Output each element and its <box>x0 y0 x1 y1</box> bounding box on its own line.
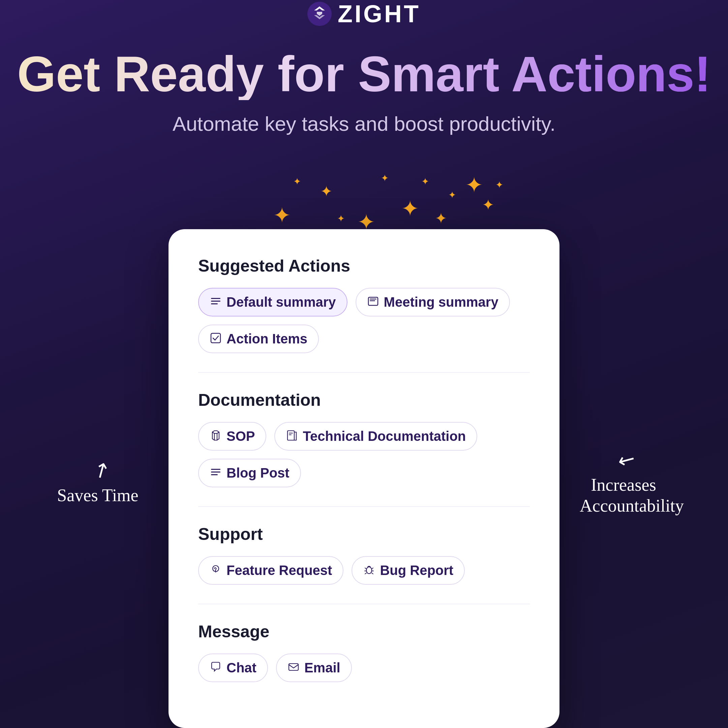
main-headline: Get Ready for Smart Actions! <box>17 48 711 100</box>
svg-point-16 <box>366 567 372 574</box>
divider-2 <box>198 506 530 507</box>
tag-action-items[interactable]: Action Items <box>198 324 319 353</box>
subheadline: Automate key tasks and boost productivit… <box>173 112 555 136</box>
left-side-label: ↗ Saves Time <box>54 451 148 506</box>
svg-rect-11 <box>211 469 220 470</box>
increases-accountability-label: Increases Accountability <box>580 474 667 517</box>
sparkle-5: ✦ <box>401 196 419 221</box>
default-summary-icon <box>210 295 222 309</box>
technical-documentation-label: Technical Documentation <box>303 429 466 444</box>
tag-technical-documentation[interactable]: Technical Documentation <box>274 422 477 451</box>
meeting-summary-icon <box>367 295 379 309</box>
svg-rect-10 <box>289 434 292 435</box>
feature-request-icon <box>210 564 222 578</box>
sop-icon <box>210 430 222 444</box>
sparkle-9: ✦ <box>465 173 483 197</box>
svg-rect-3 <box>211 303 218 304</box>
svg-rect-12 <box>211 471 220 473</box>
blog-post-icon <box>210 466 222 480</box>
bug-report-label: Bug Report <box>380 563 453 578</box>
sparkle-2: ✦ <box>320 183 333 200</box>
support-tags: Feature Request Bug Report <box>198 556 530 585</box>
suggested-actions-card: Suggested Actions Default summary Meetin… <box>168 229 560 728</box>
svg-rect-5 <box>370 298 376 300</box>
tag-default-summary[interactable]: Default summary <box>198 288 347 317</box>
sparkle-11: ✦ <box>293 176 301 187</box>
action-items-icon <box>210 332 222 346</box>
tag-chat[interactable]: Chat <box>198 653 268 682</box>
left-arrow: ↗ <box>88 455 114 484</box>
section-title-documentation: Documentation <box>198 390 530 410</box>
logo-area: ZIGHT <box>307 0 421 28</box>
headline-part2: Actions! <box>511 46 711 102</box>
section-title-suggested: Suggested Actions <box>198 256 530 276</box>
svg-rect-1 <box>211 298 220 299</box>
tag-meeting-summary[interactable]: Meeting summary <box>356 288 510 317</box>
tag-email[interactable]: Email <box>276 653 352 682</box>
right-arrow: ↙ <box>614 445 640 474</box>
documentation-tags: SOP Technical Documentation Blog Post <box>198 422 530 487</box>
meeting-summary-label: Meeting summary <box>384 295 499 310</box>
sparkle-1: ✦ <box>273 203 291 228</box>
svg-rect-9 <box>289 433 293 433</box>
sparkle-7: ✦ <box>435 210 447 227</box>
section-title-support: Support <box>198 525 530 544</box>
svg-rect-7 <box>211 333 220 343</box>
divider-1 <box>198 372 530 373</box>
action-items-label: Action Items <box>226 331 307 346</box>
headline-part1: Get Ready for Smart <box>17 46 512 102</box>
tag-feature-request[interactable]: Feature Request <box>198 556 343 585</box>
sparkle-6: ✦ <box>421 176 429 187</box>
svg-rect-4 <box>369 297 378 305</box>
svg-rect-8 <box>288 431 294 440</box>
tag-bug-report[interactable]: Bug Report <box>352 556 465 585</box>
svg-point-15 <box>216 571 216 572</box>
sparkle-12: ✦ <box>337 213 345 224</box>
sparkle-4: ✦ <box>381 173 388 184</box>
suggested-actions-tags: Default summary Meeting summary Action I… <box>198 288 530 353</box>
saves-time-label: Saves Time <box>54 485 142 506</box>
email-label: Email <box>304 660 340 675</box>
message-tags: Chat Email <box>198 653 530 682</box>
sop-label: SOP <box>226 429 255 444</box>
blog-post-label: Blog Post <box>226 465 289 480</box>
chat-label: Chat <box>226 660 257 675</box>
bug-report-icon <box>363 564 375 578</box>
email-icon <box>288 661 300 675</box>
default-summary-label: Default summary <box>226 295 336 310</box>
chat-icon <box>210 661 222 675</box>
svg-rect-17 <box>289 664 298 670</box>
svg-rect-6 <box>370 300 375 301</box>
divider-3 <box>198 604 530 604</box>
svg-rect-13 <box>211 474 218 475</box>
tag-sop[interactable]: SOP <box>198 422 266 451</box>
right-side-label: ↙ Increases Accountability <box>580 441 674 517</box>
logo-text: ZIGHT <box>338 0 421 28</box>
sparkle-10: ✦ <box>482 196 494 213</box>
section-title-message: Message <box>198 622 530 641</box>
card-wrapper: ↗ Saves Time Suggested Actions Default s… <box>54 229 674 728</box>
technical-doc-icon <box>286 430 298 444</box>
feature-request-label: Feature Request <box>226 563 332 578</box>
tag-blog-post[interactable]: Blog Post <box>198 459 301 487</box>
sparkle-13: ✦ <box>496 179 503 190</box>
zight-logo-icon <box>307 2 332 26</box>
svg-rect-2 <box>211 301 220 302</box>
sparkle-8: ✦ <box>448 190 456 200</box>
sparkles-area: ✦ ✦ ✦ ✦ ✦ ✦ ✦ ✦ ✦ ✦ ✦ ✦ ✦ <box>213 162 515 236</box>
